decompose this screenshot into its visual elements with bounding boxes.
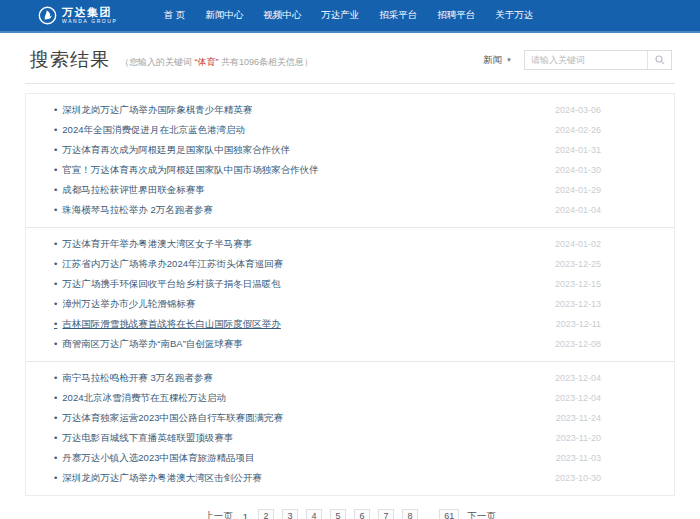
result-link[interactable]: 南宁马拉松鸣枪开赛 3万名跑者参赛 bbox=[54, 372, 213, 385]
page-button-5[interactable]: 5 bbox=[330, 509, 346, 519]
result-row: 江苏省内万达广场将承办2024年江苏街头体育巡回赛2023-12-25 bbox=[54, 254, 646, 274]
result-group-3: 南宁马拉松鸣枪开赛 3万名跑者参赛2023-12-04 2024北京冰雪消费节在… bbox=[26, 361, 674, 495]
result-date: 2023-12-11 bbox=[556, 319, 601, 329]
result-date: 2023-12-15 bbox=[555, 279, 601, 289]
summary-suffix: 共有1096条相关信息） bbox=[219, 57, 314, 67]
result-row: 成都马拉松获评世界田联金标赛事2024-01-29 bbox=[54, 180, 646, 200]
search-box bbox=[524, 50, 672, 70]
result-link[interactable]: 2024北京冰雪消费节在五棵松万达启动 bbox=[54, 392, 226, 405]
result-row: 漳州万达举办市少儿轮滑锦标赛2023-12-13 bbox=[54, 294, 646, 314]
nav-item-news-center[interactable]: 新闻中心 bbox=[205, 9, 243, 22]
search-button[interactable] bbox=[647, 51, 671, 69]
result-link[interactable]: 深圳龙岗万达广场举办国际象棋青少年精英赛 bbox=[54, 104, 252, 117]
nav-item-procurement-platform[interactable]: 招采平台 bbox=[379, 9, 417, 22]
result-link[interactable]: 万达体育开年举办粤港澳大湾区女子半马赛事 bbox=[54, 238, 252, 251]
result-link[interactable]: 深圳龙岗万达广场举办粤港澳大湾区击剑公开赛 bbox=[54, 472, 262, 485]
result-row: 官宣！万达体育再次成为阿根廷国家队中国市场独家合作伙伴2024-01-30 bbox=[54, 160, 646, 180]
result-row: 万达体育独家运营2023中国公路自行车联赛圆满完赛2023-11-24 bbox=[54, 408, 646, 428]
result-date: 2023-11-03 bbox=[556, 453, 601, 463]
result-row: 南宁马拉松鸣枪开赛 3万名跑者参赛2023-12-04 bbox=[54, 368, 646, 388]
page-button-8[interactable]: 8 bbox=[402, 509, 418, 519]
result-date: 2023-12-08 bbox=[555, 339, 601, 349]
result-link[interactable]: 万达体育独家运营2023中国公路自行车联赛圆满完赛 bbox=[54, 412, 283, 425]
page-button-4[interactable]: 4 bbox=[306, 509, 322, 519]
category-dropdown[interactable]: 新闻 ▼ bbox=[483, 54, 512, 67]
result-link[interactable]: 2024年全国消费促进月在北京蓝色港湾启动 bbox=[54, 124, 245, 137]
result-date: 2024-01-04 bbox=[555, 205, 601, 215]
result-link[interactable]: 万达体育再次成为阿根廷男足国家队中国独家合作伙伴 bbox=[54, 144, 290, 157]
result-date: 2023-12-04 bbox=[555, 373, 601, 383]
nav-item-home[interactable]: 首 页 bbox=[163, 9, 185, 22]
result-date: 2024-02-26 bbox=[555, 125, 601, 135]
result-link[interactable]: 漳州万达举办市少儿轮滑锦标赛 bbox=[54, 298, 195, 311]
wanda-logo[interactable]: 万达集团 WANDA GROUP bbox=[38, 6, 117, 25]
result-row: 万达电影百城线下直播英雄联盟顶级赛事2023-11-20 bbox=[54, 428, 646, 448]
result-link[interactable]: 商管南区万达广场举办“南BA”自创篮球赛事 bbox=[54, 338, 243, 351]
result-row: 2024北京冰雪消费节在五棵松万达启动2023-12-04 bbox=[54, 388, 646, 408]
result-date: 2023-12-04 bbox=[555, 393, 601, 403]
search-icon bbox=[655, 55, 665, 65]
wanda-logo-icon bbox=[38, 6, 57, 25]
result-row: 万达广场携手环保回收平台给乡村孩子捐冬日温暖包2023-12-15 bbox=[54, 274, 646, 294]
page-title: 搜索结果 bbox=[30, 47, 110, 73]
result-link[interactable]: 成都马拉松获评世界田联金标赛事 bbox=[54, 184, 205, 197]
result-link[interactable]: 吉林国际滑雪挑战赛首战将在长白山国际度假区举办 bbox=[54, 318, 281, 331]
result-row: 深圳龙岗万达广场举办粤港澳大湾区击剑公开赛2023-10-30 bbox=[54, 468, 646, 488]
chevron-down-icon: ▼ bbox=[506, 57, 512, 63]
result-date: 2023-12-25 bbox=[555, 259, 601, 269]
main-nav: 首 页 新闻中心 视频中心 万达产业 招采平台 招聘平台 关于万达 bbox=[163, 9, 533, 22]
page-button-7[interactable]: 7 bbox=[378, 509, 394, 519]
result-link[interactable]: 丹寨万达小镇入选2023中国体育旅游精品项目 bbox=[54, 452, 254, 465]
category-selected-value: 新闻 bbox=[483, 54, 502, 67]
result-date: 2024-01-31 bbox=[555, 145, 601, 155]
page-ellipsis: .. bbox=[426, 512, 431, 519]
result-link[interactable]: 万达广场携手环保回收平台给乡村孩子捐冬日温暖包 bbox=[54, 278, 281, 291]
result-link[interactable]: 万达电影百城线下直播英雄联盟顶级赛事 bbox=[54, 432, 233, 445]
result-group-2: 万达体育开年举办粤港澳大湾区女子半马赛事2024-01-02 江苏省内万达广场将… bbox=[26, 227, 674, 361]
result-summary: （您输入的关键词 “体育” 共有1096条相关信息） bbox=[120, 56, 313, 69]
result-link[interactable]: 江苏省内万达广场将承办2024年江苏街头体育巡回赛 bbox=[54, 258, 283, 271]
result-date: 2024-01-02 bbox=[555, 239, 601, 249]
logo-subtitle: WANDA GROUP bbox=[62, 19, 117, 24]
result-row: 丹寨万达小镇入选2023中国体育旅游精品项目2023-11-03 bbox=[54, 448, 646, 468]
nav-item-video-center[interactable]: 视频中心 bbox=[263, 9, 301, 22]
summary-prefix: （您输入的关键词 bbox=[120, 57, 195, 67]
result-link[interactable]: 官宣！万达体育再次成为阿根廷国家队中国市场独家合作伙伴 bbox=[54, 164, 319, 177]
result-date: 2023-11-24 bbox=[556, 413, 601, 423]
result-link[interactable]: 珠海横琴马拉松举办 2万名跑者参赛 bbox=[54, 204, 213, 217]
result-date: 2024-03-06 bbox=[555, 105, 601, 115]
current-page: 1 bbox=[241, 511, 250, 519]
page-button-61[interactable]: 61 bbox=[439, 509, 459, 519]
top-navigation-bar: 万达集团 WANDA GROUP 首 页 新闻中心 视频中心 万达产业 招采平台… bbox=[0, 0, 700, 33]
nav-item-recruitment-platform[interactable]: 招聘平台 bbox=[437, 9, 475, 22]
header-divider bbox=[25, 83, 675, 84]
result-group-1: 深圳龙岗万达广场举办国际象棋青少年精英赛2024-03-06 2024年全国消费… bbox=[26, 94, 674, 227]
nav-item-about-wanda[interactable]: 关于万达 bbox=[495, 9, 533, 22]
search-results: 深圳龙岗万达广场举办国际象棋青少年精英赛2024-03-06 2024年全国消费… bbox=[25, 93, 675, 496]
next-page-button[interactable]: 下一页 bbox=[467, 510, 496, 519]
result-date: 2024-01-30 bbox=[555, 165, 601, 175]
result-row-hovered: 吉林国际滑雪挑战赛首战将在长白山国际度假区举办2023-12-11 bbox=[54, 314, 646, 334]
result-date: 2023-12-13 bbox=[555, 299, 601, 309]
nav-item-wanda-industries[interactable]: 万达产业 bbox=[321, 9, 359, 22]
search-keyword: “体育” bbox=[195, 57, 219, 67]
result-date: 2023-10-30 bbox=[555, 473, 601, 483]
search-controls: 新闻 ▼ bbox=[483, 50, 672, 70]
result-row: 万达体育开年举办粤港澳大湾区女子半马赛事2024-01-02 bbox=[54, 234, 646, 254]
page-button-6[interactable]: 6 bbox=[354, 509, 370, 519]
page-button-2[interactable]: 2 bbox=[258, 509, 274, 519]
prev-page-button[interactable]: 上一页 bbox=[204, 510, 233, 519]
result-row: 珠海横琴马拉松举办 2万名跑者参赛2024-01-04 bbox=[54, 200, 646, 220]
result-row: 商管南区万达广场举办“南BA”自创篮球赛事2023-12-08 bbox=[54, 334, 646, 354]
logo-title: 万达集团 bbox=[62, 7, 117, 19]
pagination: 上一页 1 2 3 4 5 6 7 8 .. 61 下一页 bbox=[0, 509, 700, 519]
result-date: 2023-11-20 bbox=[556, 433, 601, 443]
result-row: 深圳龙岗万达广场举办国际象棋青少年精英赛2024-03-06 bbox=[54, 100, 646, 120]
search-header: 搜索结果 （您输入的关键词 “体育” 共有1096条相关信息） 新闻 ▼ bbox=[0, 33, 700, 74]
page-button-3[interactable]: 3 bbox=[282, 509, 298, 519]
result-row: 万达体育再次成为阿根廷男足国家队中国独家合作伙伴2024-01-31 bbox=[54, 140, 646, 160]
search-input[interactable] bbox=[525, 51, 647, 69]
result-date: 2024-01-29 bbox=[555, 185, 601, 195]
result-row: 2024年全国消费促进月在北京蓝色港湾启动2024-02-26 bbox=[54, 120, 646, 140]
